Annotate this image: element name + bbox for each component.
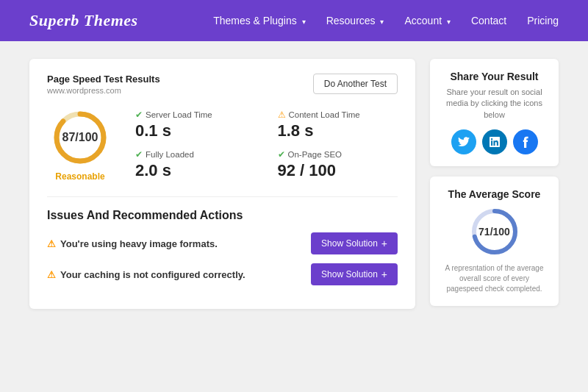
avg-score-card: The Average Score 71/100 A represntation… xyxy=(430,177,559,306)
score-circle: 87/100 xyxy=(51,108,110,167)
nav-item-contact[interactable]: Contact xyxy=(471,14,506,27)
metric-value: 92 / 100 xyxy=(278,161,398,180)
check-icon: ✔ xyxy=(135,149,143,160)
linkedin-share-button[interactable] xyxy=(482,129,507,154)
avg-score-value: 71/100 xyxy=(478,226,510,238)
metric-label: ✔ On-Page SEO xyxy=(278,149,398,160)
nav-item-themes[interactable]: Themes & Plugins ▾ xyxy=(213,14,306,27)
issues-title: Issues And Recommended Actions xyxy=(47,209,398,222)
plus-icon: + xyxy=(381,268,387,280)
metric-label: ✔ Fully Loaded xyxy=(135,149,256,160)
avg-score-circle-wrap: 71/100 xyxy=(440,206,548,257)
linkedin-icon xyxy=(490,137,500,147)
nav-link-pricing[interactable]: Pricing xyxy=(527,15,559,26)
chevron-down-icon: ▾ xyxy=(380,18,384,26)
metric-content-load: ⚠ Content Load Time 1.8 s xyxy=(278,110,398,140)
score-value: 87/100 xyxy=(62,131,98,144)
card-title: Page Speed Test Results xyxy=(47,74,160,85)
facebook-icon xyxy=(522,136,529,148)
show-solution-button-1[interactable]: Show Solution + xyxy=(311,232,398,254)
warn-icon: ⚠ xyxy=(278,110,286,120)
nav-menu: Themes & Plugins ▾ Resources ▾ Account ▾… xyxy=(213,14,559,27)
card-header: Page Speed Test Results www.wordpress.co… xyxy=(47,74,398,95)
chevron-down-icon: ▾ xyxy=(447,18,451,26)
twitter-share-button[interactable] xyxy=(451,129,476,154)
nav-item-resources[interactable]: Resources ▾ xyxy=(326,14,384,27)
check-icon: ✔ xyxy=(135,110,143,120)
sidebar: Share Your Result Share your result on s… xyxy=(430,59,559,309)
metric-value: 2.0 s xyxy=(135,161,256,180)
chevron-down-icon: ▾ xyxy=(302,18,306,26)
issue-text-1: ⚠ You're using heavy image formats. xyxy=(47,238,218,249)
issues-section: Issues And Recommended Actions ⚠ You're … xyxy=(47,196,398,285)
nav-link-resources[interactable]: Resources ▾ xyxy=(326,15,384,26)
metrics-grid: ✔ Server Load Time 0.1 s ⚠ Content Load … xyxy=(135,110,398,180)
issue-text-2: ⚠ Your caching is not configured correct… xyxy=(47,269,245,280)
facebook-share-button[interactable] xyxy=(513,129,538,154)
metric-value: 1.8 s xyxy=(278,121,398,140)
metric-server-load: ✔ Server Load Time 0.1 s xyxy=(135,110,256,140)
metric-seo: ✔ On-Page SEO 92 / 100 xyxy=(278,149,398,180)
warn-icon: ⚠ xyxy=(47,238,56,249)
issue-row-1: ⚠ You're using heavy image formats. Show… xyxy=(47,232,398,254)
share-card-title: Share Your Result xyxy=(440,71,548,82)
brand-logo[interactable]: Superb Themes xyxy=(29,11,138,30)
nav-link-themes[interactable]: Themes & Plugins ▾ xyxy=(213,15,306,26)
twitter-icon xyxy=(458,137,470,147)
nav-link-contact[interactable]: Contact xyxy=(471,15,506,26)
card-header-left: Page Speed Test Results www.wordpress.co… xyxy=(47,74,160,95)
show-solution-button-2[interactable]: Show Solution + xyxy=(311,263,398,285)
avg-score-title: The Average Score xyxy=(440,188,548,200)
navbar: Superb Themes Themes & Plugins ▾ Resourc… xyxy=(0,0,588,41)
nav-item-pricing[interactable]: Pricing xyxy=(527,14,559,27)
score-circle-wrap: 87/100 Reasonable xyxy=(47,108,113,182)
card-url: www.wordpress.com xyxy=(47,86,160,95)
nav-item-account[interactable]: Account ▾ xyxy=(404,14,450,27)
share-card-subtitle: Share your result on social media by cli… xyxy=(440,87,548,121)
warn-icon: ⚠ xyxy=(47,269,56,280)
main-results-card: Page Speed Test Results www.wordpress.co… xyxy=(29,59,415,309)
social-icons-group xyxy=(440,129,548,154)
share-card: Share Your Result Share your result on s… xyxy=(430,59,559,166)
metric-label: ✔ Server Load Time xyxy=(135,110,256,120)
page-content: Page Speed Test Results www.wordpress.co… xyxy=(0,41,588,327)
issue-row-2: ⚠ Your caching is not configured correct… xyxy=(47,263,398,285)
metric-fully-loaded: ✔ Fully Loaded 2.0 s xyxy=(135,149,256,180)
metric-value: 0.1 s xyxy=(135,121,256,140)
score-section: 87/100 Reasonable ✔ Server Load Time 0.1… xyxy=(47,108,398,182)
nav-link-account[interactable]: Account ▾ xyxy=(404,15,450,26)
avg-score-circle: 71/100 xyxy=(469,206,520,257)
metric-label: ⚠ Content Load Time xyxy=(278,110,398,120)
do-another-button[interactable]: Do Another Test xyxy=(313,74,398,94)
avg-description: A represntation of the average overall s… xyxy=(440,263,548,294)
plus-icon: + xyxy=(381,238,387,249)
check-icon: ✔ xyxy=(278,149,285,160)
score-label: Reasonable xyxy=(55,171,104,182)
